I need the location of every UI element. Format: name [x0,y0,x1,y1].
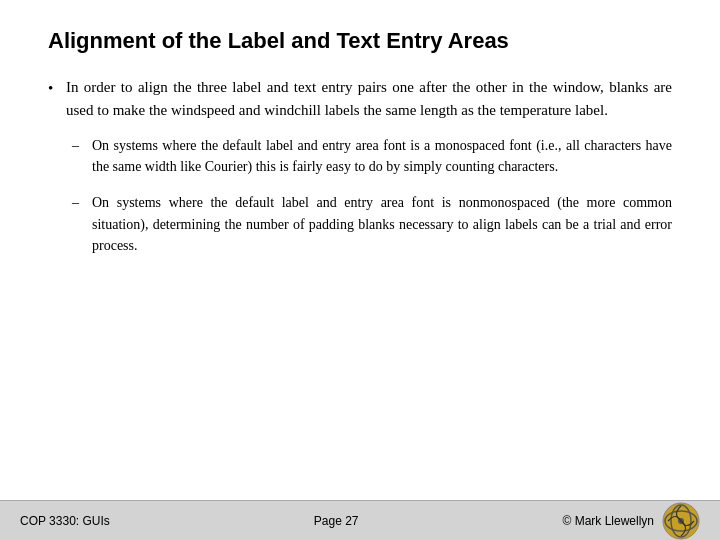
footer-right: © Mark Llewellyn [562,502,700,540]
sub-dash-2: – [72,192,92,214]
slide-content: Alignment of the Label and Text Entry Ar… [0,0,720,500]
bullet-item-1: • In order to align the three label and … [48,76,672,123]
slide: Alignment of the Label and Text Entry Ar… [0,0,720,540]
footer-copyright: © Mark Llewellyn [562,514,654,528]
bullet-dot: • [48,76,66,100]
sub-list: – On systems where the default label and… [48,135,672,257]
footer-course: COP 3330: GUIs [20,514,110,528]
bullet-list: • In order to align the three label and … [48,76,672,123]
sub-item-1: – On systems where the default label and… [72,135,672,178]
bullet-text-1: In order to align the three label and te… [66,76,672,123]
sub-text-2: On systems where the default label and e… [92,192,672,257]
sub-dash-1: – [72,135,92,157]
logo-icon [662,502,700,540]
footer-page: Page 27 [314,514,359,528]
sub-item-2: – On systems where the default label and… [72,192,672,257]
slide-title: Alignment of the Label and Text Entry Ar… [48,28,672,54]
sub-text-1: On systems where the default label and e… [92,135,672,178]
footer: COP 3330: GUIs Page 27 © Mark Llewellyn [0,500,720,540]
